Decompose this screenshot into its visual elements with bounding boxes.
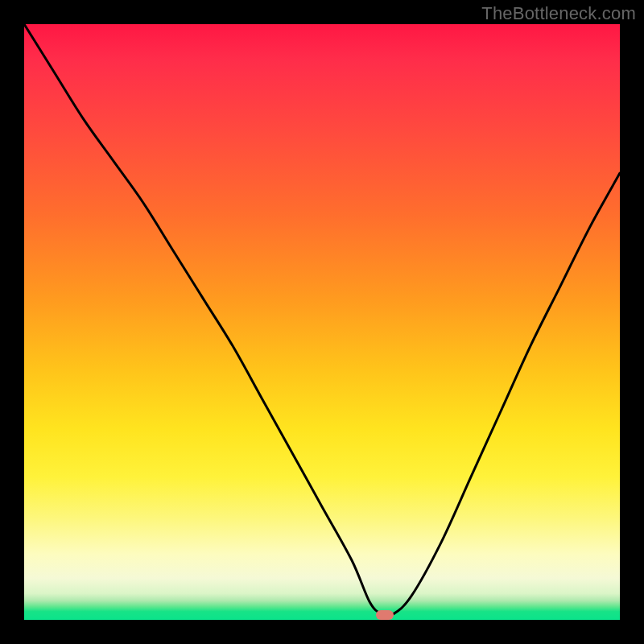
curve-path: [24, 24, 620, 616]
watermark-text: TheBottleneck.com: [481, 3, 636, 24]
chart-frame: TheBottleneck.com: [0, 0, 644, 644]
plot-area: [24, 24, 620, 620]
bottleneck-curve: [24, 24, 620, 620]
minimum-marker: [376, 610, 394, 620]
